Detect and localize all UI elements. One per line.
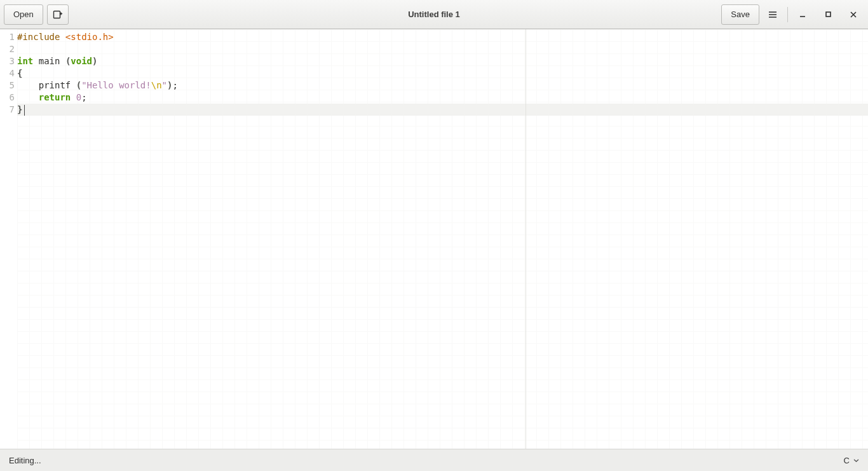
titlebar: Open Untitled file 1 Save <box>0 0 868 29</box>
close-button[interactable] <box>843 4 864 25</box>
code-line[interactable]: return 0; <box>17 92 868 104</box>
language-selector[interactable]: C <box>844 456 859 465</box>
code-line[interactable]: int main (void) <box>17 55 868 67</box>
maximize-icon <box>825 11 832 18</box>
new-tab-button[interactable] <box>47 4 69 25</box>
minimize-button[interactable] <box>792 4 813 25</box>
save-button[interactable]: Save <box>721 4 759 25</box>
separator <box>787 7 788 22</box>
svg-rect-0 <box>53 11 60 18</box>
code-line[interactable]: { <box>17 67 868 79</box>
svg-rect-1 <box>826 12 831 17</box>
hamburger-icon <box>768 10 778 20</box>
status-message: Editing... <box>9 456 41 465</box>
code-line[interactable]: printf ("Hello world!\n"); <box>17 79 868 92</box>
maximize-button[interactable] <box>817 4 839 25</box>
open-button[interactable]: Open <box>4 4 43 25</box>
code-line[interactable] <box>17 43 868 55</box>
text-cursor <box>24 105 25 116</box>
line-number: 3 <box>0 55 15 67</box>
line-number: 5 <box>0 79 15 92</box>
new-tab-icon <box>53 10 63 20</box>
line-number: 4 <box>0 67 15 79</box>
editor-area[interactable]: 1234567 #include <stdio.h>int main (void… <box>0 29 868 449</box>
close-icon <box>850 11 857 18</box>
line-number-gutter: 1234567 <box>0 29 15 116</box>
minimize-icon <box>799 11 806 18</box>
line-number: 2 <box>0 43 15 55</box>
line-number: 6 <box>0 92 15 104</box>
hamburger-menu-button[interactable] <box>762 4 783 25</box>
line-number: 1 <box>0 31 15 43</box>
code-line[interactable]: #include <stdio.h> <box>17 31 868 43</box>
code-content[interactable]: #include <stdio.h>int main (void){ print… <box>17 31 868 116</box>
language-label: C <box>844 456 850 465</box>
line-number: 7 <box>0 104 15 116</box>
code-line[interactable]: } <box>17 104 868 116</box>
status-bar: Editing... C <box>0 449 868 471</box>
chevron-down-icon <box>853 458 859 463</box>
